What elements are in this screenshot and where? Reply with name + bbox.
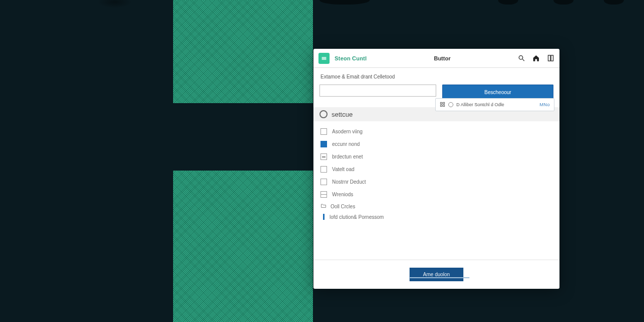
- home-icon[interactable]: [532, 54, 540, 62]
- checkbox-checked-icon[interactable]: [320, 141, 327, 147]
- bg-panel-bottom: [173, 171, 313, 322]
- option-row[interactable]: Asodern viing: [319, 125, 553, 138]
- search-input[interactable]: [319, 85, 436, 97]
- checkbox-icon[interactable]: [320, 128, 327, 135]
- bg-blob: [498, 0, 518, 5]
- option-row[interactable]: Vatelt oad: [319, 163, 553, 176]
- folder-icon: [320, 203, 327, 210]
- folder-link[interactable]: Ooll Crcles: [319, 201, 553, 212]
- permissions-link[interactable]: lofd clution& Pornessom: [319, 212, 553, 222]
- option-label: Vatelt oad: [332, 167, 354, 172]
- section-label: settcue: [332, 111, 353, 118]
- logo-icon: [321, 55, 327, 61]
- confirm-button[interactable]: Ame duolon: [410, 268, 463, 281]
- dialog-footer: Ame duolon: [313, 260, 559, 289]
- bar-icon: [323, 214, 325, 220]
- bg-blob: [553, 0, 574, 5]
- dialog-title: Buttor: [372, 55, 513, 61]
- radio-icon: [319, 110, 328, 118]
- folder-link-label: Ooll Crcles: [331, 204, 355, 209]
- app-background: Steon Cuntl Buttor Extamoe & Emait drant…: [0, 0, 644, 322]
- svg-rect-6: [440, 105, 442, 106]
- options-list: Asodern viing eccunr nond brdectun enet …: [319, 125, 553, 222]
- card-name: D Alliber Sontchl d Odle: [456, 102, 536, 107]
- svg-rect-4: [440, 102, 442, 104]
- checkbox-icon[interactable]: [320, 179, 327, 185]
- option-label: Wreniods: [332, 192, 353, 197]
- option-label: Nostrnr Deduct: [332, 179, 366, 185]
- svg-line-1: [522, 59, 524, 61]
- checkbox-indeterminate-icon[interactable]: [320, 153, 327, 160]
- bg-panel-top: [173, 0, 313, 103]
- checkbox-split-icon[interactable]: [320, 191, 327, 198]
- header-actions: [518, 54, 554, 62]
- bg-smudge: [97, 0, 132, 8]
- dialog-body: Extamoe & Emait drant Celletood Bescheoo…: [313, 68, 559, 260]
- dialog-header: Steon Cuntl Buttor: [313, 49, 559, 68]
- option-label: Asodern viing: [332, 129, 363, 134]
- status-dot-icon: [448, 102, 453, 107]
- checkbox-icon[interactable]: [320, 166, 327, 173]
- brand-name: Steon Cuntl: [335, 55, 367, 61]
- footer-underline: [409, 277, 469, 278]
- option-row[interactable]: Wreniods: [319, 188, 553, 201]
- svg-point-0: [519, 56, 523, 60]
- bookmark-icon[interactable]: [547, 54, 554, 62]
- svg-rect-3: [551, 55, 553, 61]
- option-label: brdectun enet: [332, 154, 363, 159]
- dialog: Steon Cuntl Buttor Extamoe & Emait drant…: [313, 49, 559, 289]
- svg-rect-5: [443, 102, 444, 104]
- breadcrumb: Extamoe & Emait drant Celletood: [320, 74, 553, 79]
- option-row[interactable]: brdectun enet: [319, 150, 553, 163]
- search-icon[interactable]: [518, 54, 525, 62]
- bg-blob: [604, 0, 624, 5]
- selected-card[interactable]: D Alliber Sontchl d Odle MNo: [435, 98, 554, 111]
- bg-blob: [319, 0, 370, 5]
- option-row[interactable]: Nostrnr Deduct: [319, 176, 553, 188]
- option-row[interactable]: eccunr nond: [319, 138, 553, 150]
- card-ratio: MNo: [539, 102, 550, 107]
- grid-icon: [440, 102, 445, 108]
- app-logo[interactable]: [318, 53, 330, 64]
- permissions-link-label: lofd clution& Pornessom: [330, 214, 384, 220]
- svg-rect-7: [443, 105, 444, 106]
- svg-rect-2: [548, 55, 550, 61]
- option-label: eccunr nond: [332, 141, 360, 147]
